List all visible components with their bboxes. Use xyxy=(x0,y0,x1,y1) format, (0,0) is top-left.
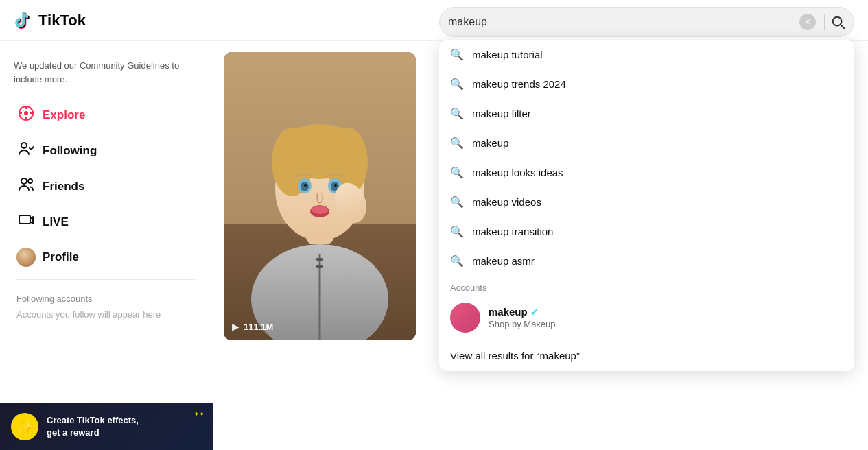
create-effects-icon: ✨ xyxy=(11,413,38,440)
svg-point-7 xyxy=(21,143,27,148)
suggestion-text-6: makeup videos xyxy=(472,196,541,208)
account-name-row: makeup ✔ xyxy=(489,306,556,318)
following-accounts-title: Following accounts xyxy=(16,294,196,304)
suggestion-text-8: makeup asmr xyxy=(472,255,535,267)
account-subtitle: Shop by Makeup xyxy=(489,319,556,329)
svg-point-27 xyxy=(312,206,328,214)
svg-point-22 xyxy=(301,182,309,191)
suggestion-search-icon-1: 🔍 xyxy=(450,48,464,61)
svg-point-24 xyxy=(304,184,307,187)
video-overlay: ▶ 111.1M xyxy=(232,321,273,332)
svg-line-33 xyxy=(841,25,844,28)
view-all-results[interactable]: View all results for “makeup” xyxy=(439,340,854,371)
suggestion-search-icon-2: 🔍 xyxy=(450,78,464,91)
verified-icon: ✔ xyxy=(530,307,539,318)
sidebar-item-explore-label: Explore xyxy=(43,108,85,122)
explore-icon xyxy=(16,105,36,126)
view-count: 111.1M xyxy=(244,322,273,332)
suggestion-search-icon-8: 🔍 xyxy=(450,254,464,268)
following-icon xyxy=(16,141,36,161)
svg-rect-30 xyxy=(316,258,323,261)
svg-point-25 xyxy=(334,184,337,187)
avatar xyxy=(16,248,36,267)
svg-rect-10 xyxy=(19,215,30,224)
suggestion-text-2: makeup trends 2024 xyxy=(472,78,566,90)
following-accounts-empty: Accounts you follow will appear here xyxy=(16,308,196,322)
create-effects-subtitle: get a reward xyxy=(47,427,139,439)
tiktok-logo-icon xyxy=(11,9,34,32)
sidebar-divider-2 xyxy=(16,333,196,333)
sidebar-item-live-label: LIVE xyxy=(43,215,69,229)
search-icon xyxy=(830,14,845,29)
create-stars-decoration: ✦✦ xyxy=(193,410,204,418)
suggestion-search-icon-5: 🔍 xyxy=(450,166,464,179)
suggestion-text-4: makeup xyxy=(472,137,508,149)
svg-rect-31 xyxy=(316,265,323,268)
sidebar-item-explore[interactable]: Explore xyxy=(5,98,207,132)
logo-text: TikTok xyxy=(38,12,86,29)
sidebar-item-friends[interactable]: Friends xyxy=(5,169,207,204)
create-effects-text: Create TikTok effects, get a reward xyxy=(47,414,139,439)
suggestion-item-8[interactable]: 🔍 makeup asmr xyxy=(439,246,854,276)
suggestion-text-7: makeup transition xyxy=(472,226,553,237)
account-avatar xyxy=(450,303,480,333)
suggestion-text-1: makeup tutorial xyxy=(472,49,543,60)
live-icon xyxy=(16,212,36,233)
suggestion-search-icon-6: 🔍 xyxy=(450,196,464,209)
account-result-item[interactable]: makeup ✔ Shop by Makeup xyxy=(439,296,854,340)
logo-link[interactable]: TikTok xyxy=(11,9,86,32)
accounts-section-label: Accounts xyxy=(439,276,854,296)
suggestion-item-1[interactable]: 🔍 makeup tutorial xyxy=(439,40,854,69)
video-card[interactable]: ▶ 111.1M xyxy=(224,52,416,340)
suggestion-search-icon-3: 🔍 xyxy=(450,107,464,120)
account-name: makeup xyxy=(489,306,528,318)
suggestion-search-icon-4: 🔍 xyxy=(450,137,464,150)
suggestion-item-4[interactable]: 🔍 makeup xyxy=(439,128,854,158)
sidebar-item-following[interactable]: Following xyxy=(5,134,207,168)
create-effects-title: Create TikTok effects, xyxy=(47,414,139,427)
sidebar: We updated our Community Guidelines to i… xyxy=(0,41,213,450)
search-submit-button[interactable] xyxy=(830,14,845,29)
friends-icon xyxy=(16,176,36,197)
search-container: ✕ 🔍 makeup tutorial 🔍 makeup trends 2024… xyxy=(439,7,854,37)
sidebar-item-following-label: Following xyxy=(43,144,97,158)
svg-point-2 xyxy=(24,111,28,115)
suggestion-item-3[interactable]: 🔍 makeup filter xyxy=(439,99,854,128)
account-info: makeup ✔ Shop by Makeup xyxy=(489,306,556,329)
suggestion-item-7[interactable]: 🔍 makeup transition xyxy=(439,217,854,246)
suggestion-item-2[interactable]: 🔍 makeup trends 2024 xyxy=(439,69,854,99)
sidebar-item-live[interactable]: LIVE xyxy=(5,205,207,239)
search-bar: ✕ xyxy=(439,7,854,37)
search-divider xyxy=(824,14,825,30)
sidebar-item-profile-label: Profile xyxy=(43,250,79,264)
svg-point-8 xyxy=(21,178,27,184)
suggestion-text-5: makeup looks ideas xyxy=(472,167,563,178)
sidebar-divider-1 xyxy=(16,279,196,280)
clear-search-button[interactable]: ✕ xyxy=(799,14,816,30)
suggestion-item-6[interactable]: 🔍 makeup videos xyxy=(439,187,854,217)
search-dropdown: 🔍 makeup tutorial 🔍 makeup trends 2024 🔍… xyxy=(439,40,854,371)
video-thumbnail xyxy=(224,52,416,340)
svg-point-9 xyxy=(28,179,32,183)
create-effects-banner[interactable]: ✨ Create TikTok effects, get a reward ✦✦ xyxy=(0,403,213,450)
suggestion-item-5[interactable]: 🔍 makeup looks ideas xyxy=(439,158,854,187)
search-input[interactable] xyxy=(448,16,799,28)
suggestion-search-icon-7: 🔍 xyxy=(450,225,464,238)
suggestion-text-3: makeup filter xyxy=(472,108,531,119)
play-icon: ▶ xyxy=(232,321,239,332)
update-banner: We updated our Community Guidelines to i… xyxy=(5,52,207,93)
following-accounts-section: Following accounts Accounts you follow w… xyxy=(5,285,207,327)
sidebar-item-profile[interactable]: Profile xyxy=(5,241,207,274)
sidebar-item-friends-label: Friends xyxy=(43,180,84,193)
